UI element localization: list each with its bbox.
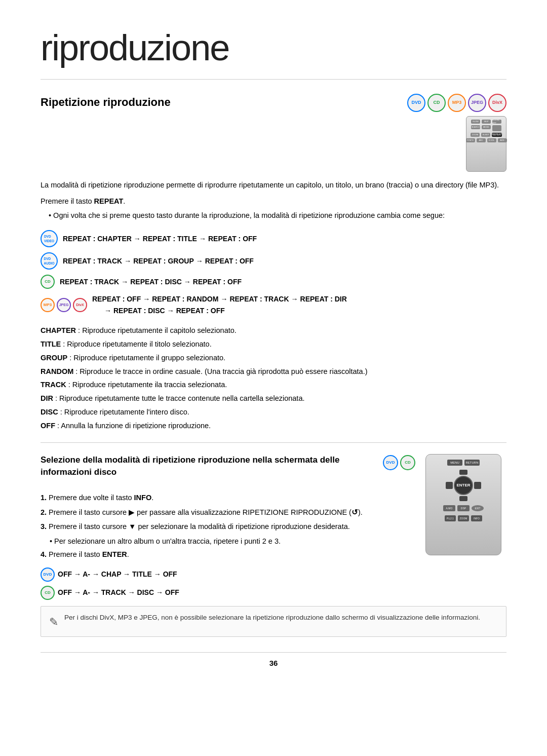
divx-icon-small: DivX [73,298,87,312]
dvd-bottom-icon: DVD [41,568,55,582]
note-icon: ✎ [49,614,58,630]
dvd-bottom-seq: DVD OFF → A- → CHAP → TITLE → OFF [41,568,415,582]
cd-icon: CD [427,94,446,112]
steps-container: 1. Premere due volte il tasto INFO. 2. P… [41,493,415,560]
dvd-icon: DVD [407,94,425,112]
section2-dvd-icon: DVD [383,455,398,470]
section2-title: Selezione della modalità di ripetizione … [41,454,378,478]
step-4: 4. Premere il tasto ENTER. [41,549,415,560]
cd-icon-small: CD [41,275,55,289]
remote-illustration: SLOW SKIP SOUND OFF SEARCH MODE ZOOM SLE… [466,116,506,172]
bottom-sequences: DVD OFF → A- → CHAP → TITLE → OFF CD OFF… [41,568,415,600]
mp3-jpeg-divx-sequence: REPEAT : OFF → REPEAT : RANDOM → REPEAT … [92,294,347,316]
section1-title: Ripetizione riproduzione [41,94,171,110]
repeat-row-dvd-video: DVDVIDEO REPEAT : CHAPTER → REPEAT : TIT… [41,230,506,247]
disc-icons-header: DVD CD MP3 JPEG DivX [407,94,506,112]
step-2: 2. Premere il tasto cursore ▶ per passar… [41,507,415,518]
section2-cd-icon: CD [400,455,415,470]
dvd-video-icon: DVDVIDEO [41,230,58,247]
cd-bottom-seq: CD OFF → A- → TRACK → DISC → OFF [41,586,415,600]
step-3: 3. Premere il tasto cursore ▼ per selezi… [41,521,415,533]
intro-text: La modalità di ripetizione riproduzione … [41,180,506,191]
cd-bottom-icon: CD [41,586,55,600]
repeat-rows-container: DVDVIDEO REPEAT : CHAPTER → REPEAT : TIT… [41,230,506,316]
dvd-video-sequence: REPEAT : CHAPTER → REPEAT : TITLE → REPE… [63,234,257,244]
instruction-text: Premere il tasto REPEAT. [41,196,506,207]
bullet-text: • Ogni volta che si preme questo tasto d… [49,210,506,221]
dvd-audio-icon: DVDAUDIO [41,252,58,270]
page-title: riproduzione [41,20,506,80]
note-box: ✎ Per i dischi DivX, MP3 e JPEG, non è p… [41,606,506,637]
page-number: 36 [41,652,506,669]
jpeg-icon: JPEG [468,94,486,112]
section2-disc-icons: DVD CD [383,455,415,470]
step-1: 1. Premere due volte il tasto INFO. [41,493,415,504]
dvd-audio-sequence: REPEAT : TRACK → REPEAT : GROUP → REPEAT… [63,256,254,267]
remote2-illustration: MENU RETURN ENTER A.MO DSP EXIT P.L2.1 Z… [425,454,501,555]
section2-container: Selezione della modalità di ripetizione … [41,454,506,599]
divx-icon: DivX [488,94,506,112]
mp3-jpeg-divx-icons: MP3 JPEG DivX [41,298,87,312]
note-text: Per i dischi DivX, MP3 e JPEG, non è pos… [64,613,480,623]
mp3-icon-small: MP3 [41,298,55,312]
definitions-section: CHAPTER : Riproduce ripetutamente il cap… [41,325,506,431]
section-divider [41,442,506,443]
cd-sequence: REPEAT : TRACK → REPEAT : DISC → REPEAT … [60,277,242,287]
jpeg-icon-small: JPEG [57,298,71,312]
mp3-icon: MP3 [448,94,466,112]
repeat-row-mp3-jpeg-divx: MP3 JPEG DivX REPEAT : OFF → REPEAT : RA… [41,294,506,316]
repeat-row-cd: CD REPEAT : TRACK → REPEAT : DISC → REPE… [41,275,506,289]
step-3-sub: • Per selezionare un altro album o un'al… [50,536,415,547]
section2-remote: MENU RETURN ENTER A.MO DSP EXIT P.L2.1 Z… [425,454,506,555]
repeat-row-dvd-audio: DVDAUDIO REPEAT : TRACK → REPEAT : GROUP… [41,252,506,270]
